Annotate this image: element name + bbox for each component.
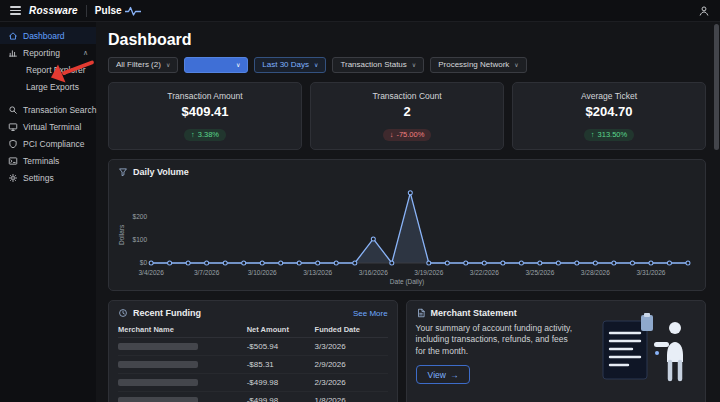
merchant-statement-body: Your summary of account funding activity… (416, 323, 576, 357)
sidebar-item-virtual-terminal[interactable]: Virtual Terminal (0, 118, 96, 135)
sidebar-item-large-exports[interactable]: Large Exports (0, 78, 96, 95)
redacted-merchant-name (118, 379, 198, 386)
trend-badge: ↓-75.00% (383, 129, 432, 141)
sidebar-item-terminals[interactable]: Terminals (0, 152, 96, 169)
svg-text:3/22/2026: 3/22/2026 (470, 269, 499, 276)
statement-illustration (597, 313, 697, 389)
column-header-merchant-name: Merchant Name (118, 322, 247, 338)
all-filters-label: All Filters (2) (116, 61, 161, 69)
sidebar-item-label: Reporting (23, 48, 60, 58)
table-row: -$499.98 2/3/2026 (118, 374, 388, 392)
date-range-label: Last 30 Days (262, 61, 309, 69)
transaction-status-dropdown[interactable]: Transaction Status ∨ (332, 57, 424, 73)
recent-funding-table: Merchant Name Net Amount Funded Date -$5… (118, 322, 388, 402)
processing-network-dropdown[interactable]: Processing Network ∨ (430, 57, 527, 73)
chart-y-axis-label: Dollars (118, 179, 125, 279)
monitor-icon (8, 122, 18, 132)
trend-up-icon: ↑ (591, 131, 595, 139)
stat-label: Average Ticket (521, 91, 697, 101)
terminal-icon (8, 156, 18, 166)
chart-title: Daily Volume (133, 167, 189, 177)
sidebar-item-label: Transaction Search (23, 105, 96, 115)
date-range-dropdown[interactable]: Last 30 Days ∨ (254, 57, 326, 73)
svg-text:3/31/2026: 3/31/2026 (636, 269, 665, 276)
redacted-merchant-name (118, 361, 198, 368)
sidebar-item-label: Terminals (23, 156, 59, 166)
svg-text:$0: $0 (140, 259, 148, 266)
sidebar-item-label: Virtual Terminal (23, 122, 81, 132)
chevron-up-icon: ∧ (83, 49, 88, 57)
funded-date-cell: 2/3/2026 (315, 374, 388, 392)
trend-badge: ↑3.38% (184, 129, 226, 141)
funded-date-cell: 1/8/2026 (315, 392, 388, 402)
stat-label: Transaction Count (319, 91, 495, 101)
sidebar-item-transaction-search[interactable]: Transaction Search (0, 101, 96, 118)
recent-funding-title: Recent Funding (133, 308, 201, 318)
funded-date-cell: 2/9/2026 (315, 356, 388, 374)
sidebar-item-label: Settings (23, 173, 54, 183)
sidebar-item-settings[interactable]: Settings (0, 169, 96, 186)
document-icon (416, 308, 426, 318)
table-row: -$85.31 2/9/2026 (118, 356, 388, 374)
svg-text:3/10/2026: 3/10/2026 (248, 269, 277, 276)
user-account-icon[interactable] (698, 5, 710, 17)
merchant-select-dropdown[interactable]: ∨ (184, 57, 248, 73)
svg-text:3/19/2026: 3/19/2026 (414, 269, 443, 276)
stat-card-transaction-count: Transaction Count 2 ↓-75.00% (310, 82, 504, 150)
pulse-waveform-icon (125, 6, 141, 16)
sidebar-item-report-explorer[interactable]: Report Explorer (0, 61, 96, 78)
view-statement-button[interactable]: View → (416, 365, 471, 384)
view-button-label: View (428, 370, 446, 380)
processing-network-label: Processing Network (438, 61, 509, 69)
svg-text:$100: $100 (133, 236, 148, 243)
sidebar-item-reporting[interactable]: Reporting ∧ (0, 44, 96, 61)
see-more-link[interactable]: See More (353, 309, 388, 318)
all-filters-dropdown[interactable]: All Filters (2) ∨ (108, 57, 178, 73)
trend-delta: 3.38% (198, 131, 219, 139)
column-header-net-amount: Net Amount (247, 322, 315, 338)
table-row: -$505.94 3/3/2026 (118, 338, 388, 356)
shield-icon (8, 139, 18, 149)
transaction-status-label: Transaction Status (340, 61, 406, 69)
caret-down-icon: ∨ (514, 62, 518, 68)
main-content: Dashboard All Filters (2) ∨ ∨ Last 30 Da… (96, 22, 720, 402)
trend-down-icon: ↓ (390, 131, 394, 139)
sidebar-item-label: Large Exports (26, 82, 79, 92)
table-row: -$499.98 1/8/2026 (118, 392, 388, 402)
svg-text:3/4/2026: 3/4/2026 (138, 269, 164, 276)
stat-value: 2 (319, 104, 495, 119)
svg-text:3/16/2026: 3/16/2026 (359, 269, 388, 276)
stat-label: Transaction Amount (117, 91, 293, 101)
scrollbar-thumb[interactable] (714, 24, 719, 150)
trend-up-icon: ↑ (191, 131, 195, 139)
search-icon (8, 105, 18, 115)
redacted-merchant-name (118, 343, 198, 350)
stat-value: $409.41 (117, 104, 293, 119)
sidebar-item-label: PCI Compliance (23, 139, 84, 149)
funded-date-cell: 3/3/2026 (315, 338, 388, 356)
column-header-funded-date: Funded Date (315, 322, 388, 338)
merchant-statement-title: Merchant Statement (431, 308, 517, 318)
topbar-divider (86, 5, 87, 17)
svg-text:3/7/2026: 3/7/2026 (194, 269, 220, 276)
stat-card-average-ticket: Average Ticket $204.70 ↑313.50% (512, 82, 706, 150)
home-icon (8, 31, 18, 41)
sidebar-item-dashboard[interactable]: Dashboard (0, 27, 96, 44)
bottom-cards-row: Recent Funding See More Merchant Name Ne… (108, 300, 706, 402)
sidebar: Dashboard Reporting ∧ Report Explorer La… (0, 22, 96, 402)
caret-down-icon: ∨ (166, 62, 170, 68)
redacted-merchant-name (118, 397, 198, 402)
trend-delta: 313.50% (598, 131, 628, 139)
hamburger-menu-icon[interactable] (10, 6, 21, 15)
brand-logo: Rossware (29, 5, 78, 16)
sidebar-item-label: Dashboard (23, 31, 65, 41)
page-title: Dashboard (108, 31, 706, 49)
sidebar-item-pci-compliance[interactable]: PCI Compliance (0, 135, 96, 152)
bar-chart-icon (8, 48, 18, 58)
merchant-statement-card: Merchant Statement Your summary of accou… (406, 300, 706, 402)
svg-text:3/25/2026: 3/25/2026 (525, 269, 554, 276)
caret-down-icon: ∨ (412, 62, 416, 68)
caret-down-icon: ∨ (314, 62, 318, 68)
funnel-icon (118, 167, 128, 177)
main-scrollbar (714, 24, 719, 400)
